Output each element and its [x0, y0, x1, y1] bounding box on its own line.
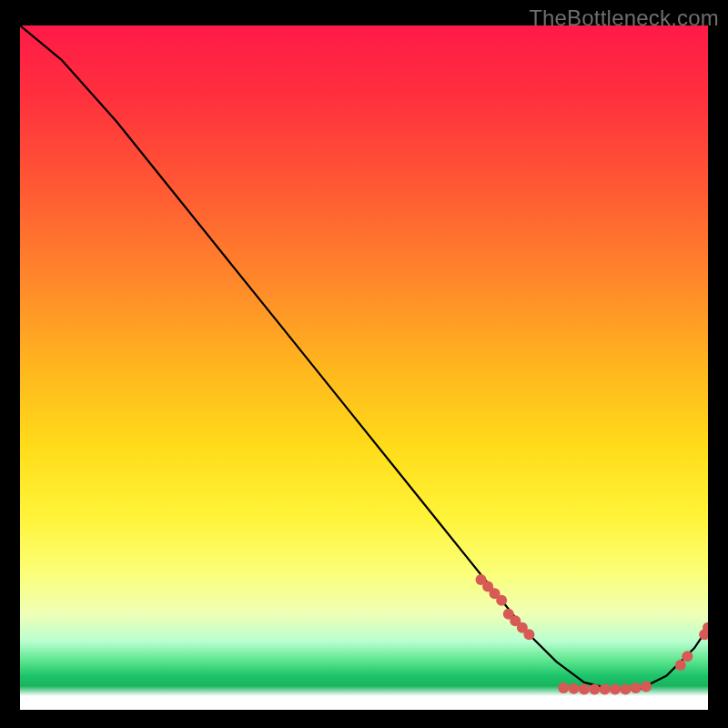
marker-dot [620, 683, 631, 694]
marker-group [476, 574, 709, 694]
marker-dot [569, 683, 580, 694]
bottleneck-curve-path [20, 25, 708, 689]
marker-dot [523, 629, 534, 640]
marker-dot [589, 683, 600, 694]
chart-overlay [20, 25, 708, 710]
marker-dot [682, 651, 693, 662]
marker-dot [496, 595, 507, 606]
marker-dot [558, 682, 569, 693]
marker-dot [579, 683, 590, 694]
marker-dot [610, 683, 621, 694]
chart-frame: TheBottleneck.com [0, 0, 728, 728]
marker-dot [675, 660, 686, 671]
plot-area [20, 25, 708, 710]
marker-dot [631, 682, 642, 693]
marker-dot [641, 681, 652, 692]
marker-dot [600, 683, 611, 694]
